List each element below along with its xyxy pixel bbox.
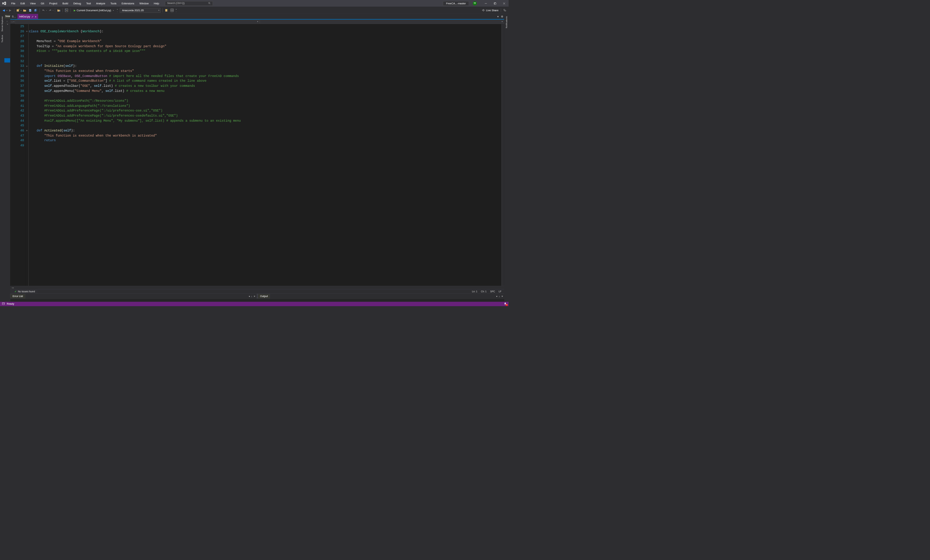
search-results-panel-collapsed[interactable]: Sear ⟂ ◂ bbox=[5, 14, 10, 302]
chevron-down-icon[interactable]: ▾ bbox=[496, 295, 497, 297]
menu-analyze[interactable]: Analyze bbox=[94, 1, 108, 6]
code-line[interactable]: return bbox=[29, 138, 501, 143]
code-line[interactable]: MenuText = "OSE Example Workbench" bbox=[29, 39, 501, 44]
tab-active[interactable]: InitGui.py ⤢ ✕ bbox=[17, 14, 38, 19]
add-item-button[interactable]: + bbox=[164, 8, 169, 13]
new-project-button[interactable]: ✦ bbox=[15, 8, 21, 13]
nav-forward-button[interactable]: ▶ bbox=[8, 8, 13, 13]
feedback-button[interactable] bbox=[502, 8, 508, 13]
code-line[interactable]: #FreeCADGui.addPreferencePage(":/ui/pref… bbox=[29, 113, 501, 118]
close-icon[interactable]: ✕ bbox=[254, 295, 256, 297]
fold-toggle[interactable]: ⊟ bbox=[25, 128, 28, 133]
code-line[interactable]: import OSEBase, OSE_CommandButton # impo… bbox=[29, 74, 501, 79]
open-folder-button[interactable] bbox=[56, 8, 62, 13]
undo-button[interactable] bbox=[41, 8, 46, 13]
chevron-down-icon[interactable]: ▾ bbox=[53, 9, 53, 11]
tab-inactive[interactable]: S… bbox=[10, 14, 17, 19]
cursor-line[interactable]: Ln: 1 bbox=[472, 290, 477, 293]
menu-project[interactable]: Project bbox=[47, 1, 60, 6]
menu-help[interactable]: Help bbox=[151, 1, 162, 6]
open-file-button[interactable] bbox=[22, 8, 27, 13]
start-debug-button[interactable]: ▶ Current Document (InitGui.py) ▾ bbox=[72, 8, 116, 13]
user-avatar[interactable]: TT bbox=[473, 2, 477, 5]
save-button[interactable] bbox=[28, 8, 33, 13]
save-all-button[interactable] bbox=[33, 8, 38, 13]
menu-debug[interactable]: Debug bbox=[71, 1, 83, 6]
code-editor[interactable]: 2526272829303132333435363738394041424344… bbox=[10, 24, 504, 286]
code-line[interactable]: #self.appendMenu(["An existing Menu", "M… bbox=[29, 118, 501, 123]
search-panel-title[interactable]: Sear bbox=[5, 14, 10, 18]
close-icon[interactable]: ✕ bbox=[501, 295, 503, 297]
code-line[interactable]: class OSE_ExampleWorkbench (Workbench): bbox=[29, 29, 501, 34]
fold-column[interactable]: ⊟⊟⊟ bbox=[25, 24, 28, 286]
code-line[interactable]: def Activated(self): bbox=[29, 128, 501, 133]
python-env-button[interactable] bbox=[64, 8, 69, 13]
indent-mode[interactable]: SPC bbox=[490, 290, 495, 293]
menu-build[interactable]: Build bbox=[60, 1, 71, 6]
notifications-button[interactable]: 4 bbox=[504, 302, 507, 305]
python-env-dropdown[interactable]: Anaconda 2021.05 bbox=[120, 8, 160, 13]
output-pane-icon[interactable] bbox=[2, 302, 5, 305]
chevron-down-icon[interactable]: ▾ bbox=[6, 9, 7, 11]
code-line[interactable]: "This function is executed when the work… bbox=[29, 133, 501, 138]
menu-git[interactable]: Git bbox=[38, 1, 46, 6]
code-line[interactable] bbox=[29, 123, 501, 129]
output-tab[interactable]: Output bbox=[258, 294, 270, 298]
overflow-icon[interactable]: ▾_ bbox=[117, 8, 118, 12]
maximize-button[interactable] bbox=[490, 0, 499, 7]
close-button[interactable] bbox=[499, 0, 509, 7]
search-result-highlight[interactable] bbox=[5, 58, 10, 63]
menu-test[interactable]: Test bbox=[84, 1, 93, 6]
menu-file[interactable]: File bbox=[9, 1, 18, 6]
chevron-down-icon[interactable]: ▾ bbox=[249, 295, 250, 297]
issues-indicator[interactable]: ✔ No issues found bbox=[10, 289, 38, 294]
error-list-tab[interactable]: Error List bbox=[10, 294, 25, 298]
code-line[interactable]: ToolTip = "An example workbench for Open… bbox=[29, 44, 501, 49]
nav-back-button[interactable]: ◀ bbox=[1, 8, 6, 13]
code-line[interactable]: #FreeCADGui.addLanguagePath(":/translati… bbox=[29, 103, 501, 109]
member-dropdown[interactable] bbox=[260, 20, 504, 24]
fold-toggle[interactable]: ⊟ bbox=[25, 29, 28, 34]
code-line[interactable] bbox=[29, 34, 501, 39]
redo-button[interactable] bbox=[48, 8, 53, 13]
code-line[interactable] bbox=[29, 59, 501, 64]
menu-tools[interactable]: Tools bbox=[108, 1, 119, 6]
cursor-char[interactable]: Ch: 1 bbox=[481, 290, 487, 293]
code-line[interactable] bbox=[29, 24, 501, 29]
code-line[interactable]: def Initialize(self): bbox=[29, 64, 501, 69]
code-line[interactable]: self.appendToolbar("OSE", self.list) # c… bbox=[29, 83, 501, 89]
gear-icon[interactable]: ⚙ bbox=[499, 15, 504, 18]
code-content[interactable]: class OSE_ExampleWorkbench (Workbench): … bbox=[28, 24, 501, 286]
menu-window[interactable]: Window bbox=[137, 1, 151, 6]
code-line[interactable]: self.appendMenu("Command Menu", self.lis… bbox=[29, 89, 501, 94]
code-line[interactable]: #Icon = """paste here the contents of a … bbox=[29, 49, 501, 54]
fold-toggle[interactable]: ⊟ bbox=[25, 64, 28, 69]
code-line[interactable] bbox=[29, 143, 501, 148]
code-line[interactable]: #FreeCADGui.addPreferencePage(":/ui/pref… bbox=[29, 109, 501, 114]
quick-search-input[interactable]: Search (Ctrl+Q) bbox=[165, 1, 212, 6]
menu-extensions[interactable]: Extensions bbox=[119, 1, 137, 6]
scope-dropdown[interactable] bbox=[15, 20, 260, 24]
solution-name[interactable]: FreeCA...-master bbox=[443, 1, 469, 6]
rail-toolbox[interactable]: Toolbox bbox=[1, 34, 4, 43]
pin-icon[interactable]: ⤢ bbox=[32, 15, 34, 18]
code-line[interactable] bbox=[29, 94, 501, 99]
chevron-down-icon[interactable]: ▾ bbox=[21, 9, 22, 11]
live-share-button[interactable]: Live Share bbox=[482, 9, 499, 12]
pin-icon[interactable]: ⟂ bbox=[5, 19, 10, 23]
code-line[interactable]: "This function is executed when FreeCAD … bbox=[29, 69, 501, 74]
close-icon[interactable]: ✕ bbox=[35, 15, 36, 17]
horizontal-scroll-buttons[interactable]: ◂ ▸ bbox=[10, 286, 504, 289]
overflow-icon[interactable]: ▾_ bbox=[176, 8, 177, 12]
layout-button[interactable] bbox=[169, 8, 175, 13]
overview-ruler[interactable] bbox=[501, 24, 504, 286]
nav-history-icon[interactable]: ↔▾ bbox=[10, 20, 15, 24]
pin-icon[interactable]: ⟂ bbox=[251, 295, 253, 297]
tab-dropdown-icon[interactable]: ▾ bbox=[496, 15, 500, 18]
collapse-arrow-icon[interactable]: ◂ bbox=[5, 23, 10, 26]
chevron-down-icon[interactable]: ▾ bbox=[113, 9, 114, 11]
rail-notifications[interactable]: Notifications bbox=[505, 15, 508, 29]
eol-mode[interactable]: LF bbox=[499, 290, 502, 293]
minimize-button[interactable] bbox=[481, 0, 490, 7]
code-line[interactable]: #FreeCADGui.addIconPath(":/Resources/ico… bbox=[29, 98, 501, 103]
